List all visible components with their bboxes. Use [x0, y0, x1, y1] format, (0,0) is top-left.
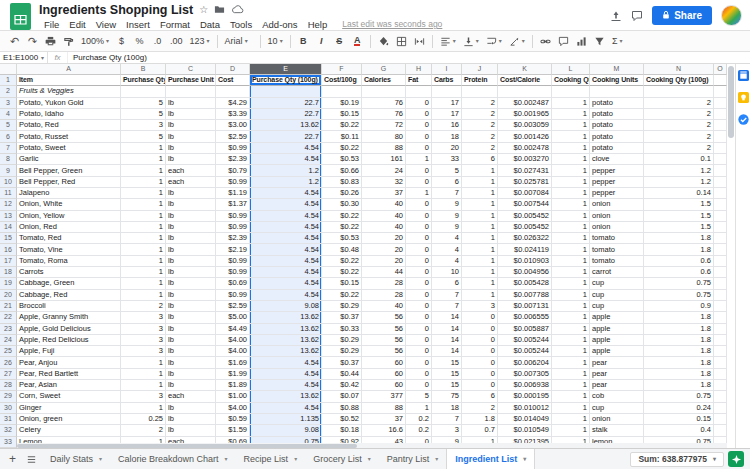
cell-M28[interactable]: pear — [590, 380, 644, 391]
row-header-19[interactable]: 19 — [0, 278, 17, 289]
cell-H5[interactable]: 0 — [406, 120, 432, 131]
cell-B14[interactable]: 1 — [121, 222, 166, 233]
avatar[interactable] — [721, 5, 742, 26]
cell-F11[interactable]: $0.26 — [322, 188, 362, 199]
cell-K1[interactable]: Cost/Calorie — [498, 75, 552, 86]
redo-button[interactable]: ↷ — [24, 33, 41, 50]
cell-J17[interactable]: 1 — [462, 256, 498, 267]
column-header-G[interactable]: G — [362, 64, 406, 75]
paint-format-button[interactable] — [60, 33, 77, 50]
cell-A30[interactable]: Ginger — [17, 403, 121, 414]
cell-H12[interactable]: 0 — [406, 199, 432, 210]
cell-I25[interactable]: 14 — [432, 346, 462, 357]
row-header-8[interactable]: 8 — [0, 154, 17, 165]
cell-L18[interactable]: 1 — [552, 267, 590, 278]
cell-C24[interactable]: lb — [166, 335, 216, 346]
cell-K27[interactable]: $0.007305 — [498, 369, 552, 380]
cell-H27[interactable]: 0 — [406, 369, 432, 380]
row-header-1[interactable]: 1 — [0, 75, 17, 86]
menu-data[interactable]: Data — [195, 19, 225, 30]
cell-O17[interactable] — [714, 256, 727, 267]
cell-I12[interactable]: 9 — [432, 199, 462, 210]
cell-M32[interactable]: stalk — [590, 425, 644, 436]
row-header-28[interactable]: 28 — [0, 380, 17, 391]
cell-D23[interactable]: $4.49 — [216, 324, 250, 335]
cell-N27[interactable]: 1.8 — [644, 369, 714, 380]
cell-F19[interactable]: $0.15 — [322, 278, 362, 289]
cell-M4[interactable]: potato — [590, 109, 644, 120]
cell-D31[interactable]: $0.59 — [216, 414, 250, 425]
cell-J23[interactable]: 0 — [462, 324, 498, 335]
cell-G8[interactable]: 161 — [362, 154, 406, 165]
cell-G27[interactable]: 60 — [362, 369, 406, 380]
cell-I14[interactable]: 9 — [432, 222, 462, 233]
cell-L20[interactable]: 1 — [552, 290, 590, 301]
cell-F21[interactable]: $0.29 — [322, 301, 362, 312]
cell-D30[interactable]: $4.00 — [216, 403, 250, 414]
cell-B12[interactable]: 1 — [121, 199, 166, 210]
cell-N28[interactable]: 1.8 — [644, 380, 714, 391]
cell-E28[interactable]: 4.54 — [250, 380, 322, 391]
menu-format[interactable]: Format — [155, 19, 195, 30]
cell-N16[interactable]: 1.8 — [644, 244, 714, 255]
cell-B4[interactable]: 5 — [121, 109, 166, 120]
cell-F17[interactable]: $0.22 — [322, 256, 362, 267]
cell-B27[interactable]: 1 — [121, 369, 166, 380]
cell-A10[interactable]: Bell Pepper, Red — [17, 177, 121, 188]
row-header-13[interactable]: 13 — [0, 211, 17, 222]
cell-L13[interactable]: 1 — [552, 211, 590, 222]
menu-edit[interactable]: Edit — [64, 19, 90, 30]
cell-A19[interactable]: Cabbage, Green — [17, 278, 121, 289]
cell-B10[interactable]: 1 — [121, 177, 166, 188]
cell-A21[interactable]: Broccoli — [17, 301, 121, 312]
cell-A8[interactable]: Garlic — [17, 154, 121, 165]
print-button[interactable] — [42, 33, 59, 50]
insert-comment-button[interactable] — [555, 33, 572, 50]
borders-button[interactable] — [393, 33, 410, 50]
cell-A15[interactable]: Tomato, Red — [17, 233, 121, 244]
cell-O19[interactable] — [714, 278, 727, 289]
cell-I30[interactable]: 18 — [432, 403, 462, 414]
cell-B19[interactable]: 1 — [121, 278, 166, 289]
cell-C11[interactable]: lb — [166, 188, 216, 199]
cell-K15[interactable]: $0.026322 — [498, 233, 552, 244]
cell-E26[interactable]: 4.54 — [250, 357, 322, 368]
cell-N1[interactable]: Cooking Qty (100g) — [644, 75, 714, 86]
cell-A2[interactable]: Fruits & Veggies — [17, 86, 121, 97]
cell-E15[interactable]: 4.54 — [250, 233, 322, 244]
cell-J31[interactable]: 1.8 — [462, 414, 498, 425]
cell-E31[interactable]: 1.135 — [250, 414, 322, 425]
column-header-L[interactable]: L — [552, 64, 590, 75]
cell-H9[interactable]: 0 — [406, 165, 432, 176]
cell-J12[interactable]: 1 — [462, 199, 498, 210]
cell-K28[interactable]: $0.006938 — [498, 380, 552, 391]
cell-C18[interactable]: lb — [166, 267, 216, 278]
row-header-15[interactable]: 15 — [0, 233, 17, 244]
cell-N5[interactable]: 2 — [644, 120, 714, 131]
cell-A13[interactable]: Onion, Yellow — [17, 211, 121, 222]
cell-F31[interactable]: $0.52 — [322, 414, 362, 425]
cell-A1[interactable]: Item — [17, 75, 121, 86]
cell-K20[interactable]: $0.007788 — [498, 290, 552, 301]
cell-B30[interactable]: 1 — [121, 403, 166, 414]
activity-icon[interactable] — [610, 10, 622, 22]
cell-D20[interactable]: $0.99 — [216, 290, 250, 301]
cell-K32[interactable]: $0.010549 — [498, 425, 552, 436]
cell-B17[interactable]: 1 — [121, 256, 166, 267]
cell-D9[interactable]: $0.79 — [216, 165, 250, 176]
cell-L3[interactable]: 1 — [552, 98, 590, 109]
cell-C12[interactable]: lb — [166, 199, 216, 210]
cell-L15[interactable]: 1 — [552, 233, 590, 244]
cell-G1[interactable]: Calories — [362, 75, 406, 86]
cell-A4[interactable]: Potato, Idaho — [17, 109, 121, 120]
cell-F22[interactable]: $0.37 — [322, 312, 362, 323]
cell-O30[interactable] — [714, 403, 727, 414]
cell-F5[interactable]: $0.22 — [322, 120, 362, 131]
cell-M9[interactable]: pepper — [590, 165, 644, 176]
cell-B26[interactable]: 1 — [121, 357, 166, 368]
cell-K14[interactable]: $0.005452 — [498, 222, 552, 233]
cell-N32[interactable]: 0.4 — [644, 425, 714, 436]
cell-L9[interactable]: 1 — [552, 165, 590, 176]
cell-I16[interactable]: 4 — [432, 244, 462, 255]
add-sheet-button[interactable]: + — [4, 451, 21, 468]
